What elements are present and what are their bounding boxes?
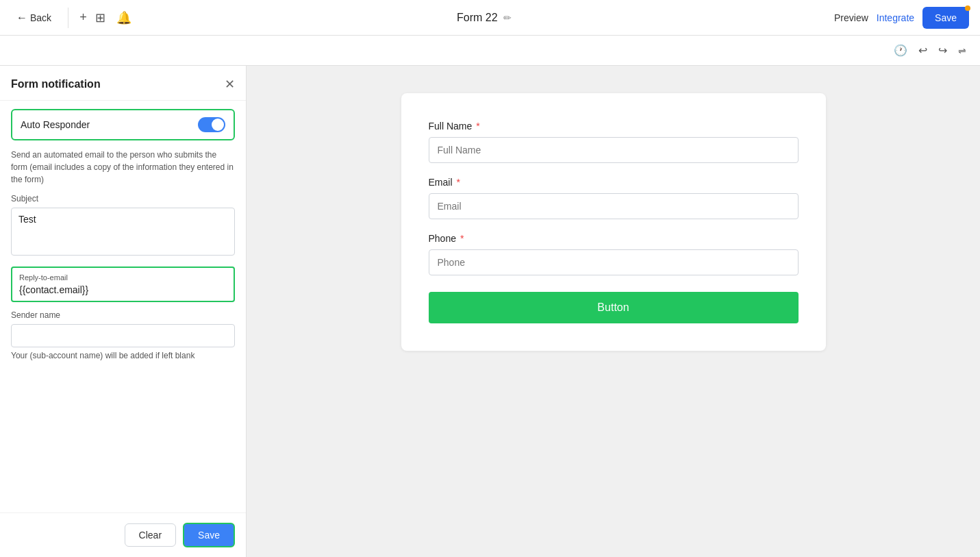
description-text: Send an automated email to the person wh… — [0, 149, 246, 194]
layers-button[interactable]: ⊞ — [92, 8, 108, 28]
reply-to-section: Reply-to-email {{contact.email}} — [0, 267, 246, 310]
phone-label: Phone * — [429, 233, 799, 244]
sender-name-hint: Your (sub-account name) will be added if… — [11, 350, 235, 362]
reply-to-box[interactable]: Reply-to-email {{contact.email}} — [11, 267, 235, 302]
form-preview: Full Name * Email * Phone * Button — [401, 93, 826, 351]
top-navbar: ← Back + ⊞ 🔔 Form 22 ✏ Preview Integrate… — [0, 0, 980, 36]
notification-dot — [965, 5, 970, 11]
edit-title-icon[interactable]: ✏ — [503, 12, 512, 23]
save-button-panel[interactable]: Save — [183, 523, 235, 547]
nav-divider — [68, 8, 68, 28]
panel-header: Form notification ✕ — [0, 66, 246, 101]
phone-required: * — [460, 233, 464, 244]
right-content: Full Name * Email * Phone * Button — [247, 66, 980, 557]
redo-button[interactable]: ↪ — [935, 41, 950, 60]
email-input[interactable] — [429, 193, 799, 219]
form-submit-button[interactable]: Button — [429, 292, 799, 323]
form-title: Form 22 — [457, 12, 498, 24]
undo-button[interactable]: ↩ — [916, 41, 930, 60]
back-label: Back — [30, 12, 51, 23]
sender-name-label: Sender name — [11, 310, 235, 320]
preview-button[interactable]: Preview — [834, 12, 868, 23]
panel-footer: Clear Save — [0, 512, 246, 557]
auto-responder-label: Auto Responder — [21, 119, 90, 130]
email-required: * — [456, 177, 460, 188]
form-field-fullname: Full Name * — [429, 121, 799, 163]
subject-input[interactable] — [11, 208, 235, 256]
close-panel-button[interactable]: ✕ — [225, 77, 235, 92]
back-arrow-icon: ← — [16, 12, 27, 24]
add-element-btn[interactable]: + — [79, 10, 87, 25]
history-button[interactable]: 🕐 — [891, 41, 910, 60]
subject-label: Subject — [11, 194, 235, 203]
plus-icon: + — [79, 10, 87, 25]
toolbar2-right: 🕐 ↩ ↪ ⇌ — [891, 41, 969, 60]
auto-responder-toggle[interactable] — [198, 117, 225, 132]
back-button[interactable]: ← Back — [11, 9, 57, 27]
fullname-required: * — [476, 121, 479, 132]
save-button-top[interactable]: Save — [922, 7, 969, 29]
notification-button[interactable]: 🔔 — [114, 8, 134, 28]
panel-title: Form notification — [11, 78, 101, 90]
settings-toggle-button[interactable]: ⇌ — [955, 42, 969, 59]
main-layout: Form notification ✕ Auto Responder Send … — [0, 66, 980, 557]
reply-to-label: Reply-to-email — [19, 273, 227, 282]
left-panel: Form notification ✕ Auto Responder Send … — [0, 66, 247, 557]
form-field-email: Email * — [429, 177, 799, 219]
email-label: Email * — [429, 177, 799, 188]
sender-name-input[interactable] — [11, 324, 235, 347]
sender-section: Sender name Your (sub-account name) will… — [0, 310, 246, 367]
clear-button[interactable]: Clear — [125, 523, 176, 547]
phone-input[interactable] — [429, 249, 799, 275]
nav-left: ← Back + ⊞ 🔔 — [11, 8, 134, 28]
auto-responder-row: Auto Responder — [11, 109, 235, 140]
reply-to-value: {{contact.email}} — [19, 284, 227, 295]
subject-section: Subject — [0, 194, 246, 267]
integrate-button[interactable]: Integrate — [877, 12, 914, 23]
nav-right: Preview Integrate Save — [834, 7, 969, 29]
secondary-toolbar: 🕐 ↩ ↪ ⇌ — [0, 36, 980, 66]
form-field-phone: Phone * — [429, 233, 799, 275]
fullname-label: Full Name * — [429, 121, 799, 132]
form-title-area: Form 22 ✏ — [457, 12, 512, 24]
fullname-input[interactable] — [429, 137, 799, 163]
